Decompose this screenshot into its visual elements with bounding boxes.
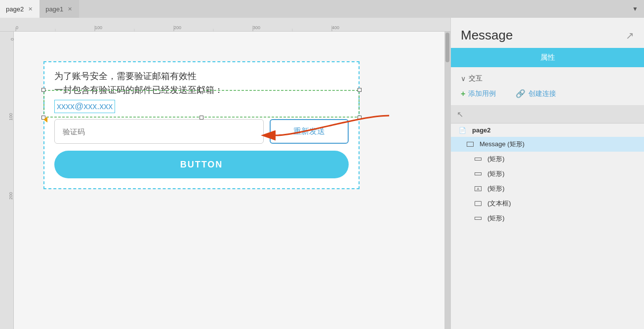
rect-icon-2 <box>475 172 482 175</box>
properties-tab[interactable]: 属性 <box>451 48 644 67</box>
text-icon: A <box>475 186 482 191</box>
layer-panel: 📄 page2 Message (矩形) (矩形) (矩形) A (矩形) <box>451 123 644 329</box>
layer-rect2-label: (矩形) <box>487 169 505 178</box>
ruler-left: 0 100 200 <box>0 32 14 329</box>
email-display: xxxx@xxx.xxx <box>54 100 115 113</box>
handle-tr <box>358 88 362 92</box>
resend-button[interactable]: 重新发送 <box>270 119 349 144</box>
right-panel: Message ↗ 属性 ∨ 交互 + 添加用例 🔗 创建连接 <box>450 18 644 329</box>
chevron-icon: ∨ <box>461 75 466 82</box>
cursor-icon[interactable]: ↖ <box>457 110 463 119</box>
tab-page1[interactable]: page1 ✕ <box>40 0 79 18</box>
layer-page2[interactable]: 📄 page2 <box>451 123 644 137</box>
plus-icon: + <box>461 89 465 98</box>
tab-page1-label: page1 <box>45 5 63 13</box>
panel-header: Message ↗ <box>451 18 644 48</box>
tab-bar: page2 ✕ page1 ✕ ▼ <box>0 0 644 18</box>
properties-tab-label: 属性 <box>540 53 555 61</box>
layer-textbox[interactable]: (文本框) <box>451 196 644 211</box>
layer-rect-2[interactable]: (矩形) <box>451 166 644 181</box>
create-connection-link[interactable]: 🔗 创建连接 <box>516 89 556 98</box>
tab-page2-label: page2 <box>6 5 24 13</box>
ruler-mark-left-0: 0 <box>10 38 15 41</box>
add-use-case-label: 添加用例 <box>468 89 496 98</box>
rect-icon-1 <box>475 158 482 161</box>
canvas-scrollbar[interactable] <box>444 32 450 329</box>
message-text-line2: 一封包含有验证码的邮件已经发送至邮箱： <box>54 84 349 96</box>
layer-textbox-label: (文本框) <box>487 199 511 208</box>
layer-page2-label: page2 <box>472 126 491 134</box>
main-layout: 0 100 200 300 400 <box>0 18 644 329</box>
textbox-icon <box>475 201 482 206</box>
layer-rect-3[interactable]: A (矩形) <box>451 181 644 196</box>
ruler-top: 0 100 200 300 400 <box>0 18 450 32</box>
message-text-line1: 为了账号安全，需要验证邮箱有效性 <box>54 70 349 82</box>
add-use-case-link[interactable]: + 添加用例 <box>461 89 496 98</box>
panel-collapse-icon[interactable]: ↗ <box>626 30 634 41</box>
tab-page2-close[interactable]: ✕ <box>27 5 34 12</box>
canvas-area[interactable]: 0 100 200 300 400 <box>0 18 450 329</box>
layer-message-label: Message (矩形) <box>480 140 524 149</box>
rect-icon-0 <box>467 142 474 147</box>
rect-icon-4 <box>475 217 482 220</box>
main-button[interactable]: BUTTON <box>54 151 349 178</box>
section-actions: + 添加用例 🔗 创建连接 <box>461 89 634 98</box>
layer-rect4-label: (矩形) <box>487 214 505 223</box>
layer-rect-4[interactable]: (矩形) <box>451 211 644 226</box>
scrollbar-thumb[interactable] <box>445 33 449 62</box>
layer-rect1-label: (矩形) <box>487 155 505 164</box>
panel-title: Message <box>461 28 513 43</box>
marker-triangle <box>43 117 47 123</box>
chevron-down-icon: ▼ <box>632 5 638 12</box>
layer-toolbar: ↖ <box>451 106 644 123</box>
canvas-page: 为了账号安全，需要验证邮箱有效性 一封包含有验证码的邮件已经发送至邮箱： xxx… <box>43 61 360 189</box>
layer-rect3-label: (矩形) <box>487 184 505 193</box>
ruler-ticks-svg <box>14 18 450 31</box>
verification-input[interactable] <box>54 119 264 144</box>
create-connection-label: 创建连接 <box>528 89 556 98</box>
section-title-interaction: ∨ 交互 <box>461 74 634 83</box>
tab-page1-close[interactable]: ✕ <box>66 5 73 12</box>
handle-br <box>358 116 362 120</box>
ruler-mark-left-200: 200 <box>8 192 13 200</box>
ruler-mark-left-100: 100 <box>8 113 13 121</box>
tab-dropdown-btn[interactable]: ▼ <box>626 5 644 12</box>
canvas-content[interactable]: 为了账号安全，需要验证邮箱有效性 一封包含有验证码的邮件已经发送至邮箱： xxx… <box>14 32 450 329</box>
handle-tl <box>41 88 45 92</box>
interaction-label: 交互 <box>469 74 483 83</box>
interaction-section: ∨ 交互 + 添加用例 🔗 创建连接 <box>451 67 644 106</box>
tab-page2[interactable]: page2 ✕ <box>0 0 40 18</box>
page-icon: 📄 <box>459 127 466 134</box>
message-component[interactable]: 为了账号安全，需要验证邮箱有效性 一封包含有验证码的邮件已经发送至邮箱： xxx… <box>43 61 360 189</box>
input-row: 重新发送 <box>54 119 349 144</box>
layer-rect-1[interactable]: (矩形) <box>451 152 644 166</box>
layer-message-rect[interactable]: Message (矩形) <box>451 137 644 152</box>
link-icon: 🔗 <box>516 89 525 98</box>
